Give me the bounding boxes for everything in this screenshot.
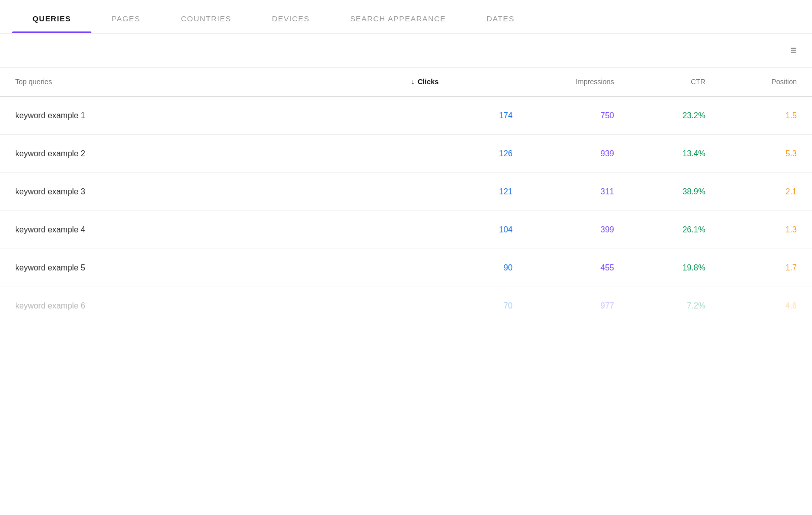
table-row[interactable]: keyword example 5 90 455 19.8% 1.7 (0, 249, 812, 287)
col-header-query[interactable]: Top queries (15, 78, 411, 86)
query-cell: keyword example 5 (15, 263, 411, 272)
position-cell: 5.3 (705, 149, 797, 158)
clicks-cell: 70 (411, 301, 513, 311)
tab-devices[interactable]: DEVICES (252, 0, 330, 33)
tab-search-appearance[interactable]: SEARCH APPEARANCE (330, 0, 466, 33)
sort-down-icon: ↓ (411, 78, 415, 86)
clicks-cell: 174 (411, 111, 513, 120)
table-row[interactable]: keyword example 2 126 939 13.4% 5.3 (0, 135, 812, 173)
impressions-cell: 750 (513, 111, 614, 120)
position-cell: 4.6 (705, 301, 797, 311)
tab-queries[interactable]: QUERIES (12, 0, 91, 33)
position-cell: 1.3 (705, 225, 797, 234)
ctr-cell: 26.1% (614, 225, 705, 234)
impressions-cell: 311 (513, 187, 614, 196)
table-row[interactable]: keyword example 1 174 750 23.2% 1.5 (0, 97, 812, 135)
filter-area: ≡ (0, 33, 812, 67)
table-header: Top queries ↓ Clicks Impressions CTR Pos… (0, 67, 812, 97)
query-cell: keyword example 6 (15, 301, 411, 311)
col-header-clicks[interactable]: ↓ Clicks (411, 78, 513, 86)
clicks-cell: 90 (411, 263, 513, 272)
ctr-cell: 7.2% (614, 301, 705, 311)
impressions-cell: 455 (513, 263, 614, 272)
col-header-position[interactable]: Position (705, 78, 797, 86)
table-body: keyword example 1 174 750 23.2% 1.5 keyw… (0, 97, 812, 325)
ctr-cell: 38.9% (614, 187, 705, 196)
tab-dates[interactable]: DATES (466, 0, 535, 33)
ctr-cell: 19.8% (614, 263, 705, 272)
query-cell: keyword example 3 (15, 187, 411, 196)
position-cell: 1.5 (705, 111, 797, 120)
query-cell: keyword example 4 (15, 225, 411, 234)
col-header-impressions[interactable]: Impressions (513, 78, 614, 86)
ctr-cell: 13.4% (614, 149, 705, 158)
col-header-ctr[interactable]: CTR (614, 78, 705, 86)
table-row[interactable]: keyword example 4 104 399 26.1% 1.3 (0, 211, 812, 249)
impressions-cell: 939 (513, 149, 614, 158)
position-cell: 2.1 (705, 187, 797, 196)
ctr-cell: 23.2% (614, 111, 705, 120)
query-cell: keyword example 2 (15, 149, 411, 158)
table-row[interactable]: keyword example 3 121 311 38.9% 2.1 (0, 173, 812, 211)
impressions-cell: 977 (513, 301, 614, 311)
clicks-cell: 126 (411, 149, 513, 158)
clicks-cell: 104 (411, 225, 513, 234)
clicks-cell: 121 (411, 187, 513, 196)
tab-navigation: QUERIESPAGESCOUNTRIESDEVICESSEARCH APPEA… (0, 0, 812, 33)
query-cell: keyword example 1 (15, 111, 411, 120)
position-cell: 1.7 (705, 263, 797, 272)
table-row[interactable]: keyword example 6 70 977 7.2% 4.6 (0, 287, 812, 325)
tab-pages[interactable]: PAGES (91, 0, 161, 33)
data-table: Top queries ↓ Clicks Impressions CTR Pos… (0, 67, 812, 325)
filter-icon[interactable]: ≡ (790, 44, 797, 57)
tab-countries[interactable]: COUNTRIES (161, 0, 252, 33)
impressions-cell: 399 (513, 225, 614, 234)
